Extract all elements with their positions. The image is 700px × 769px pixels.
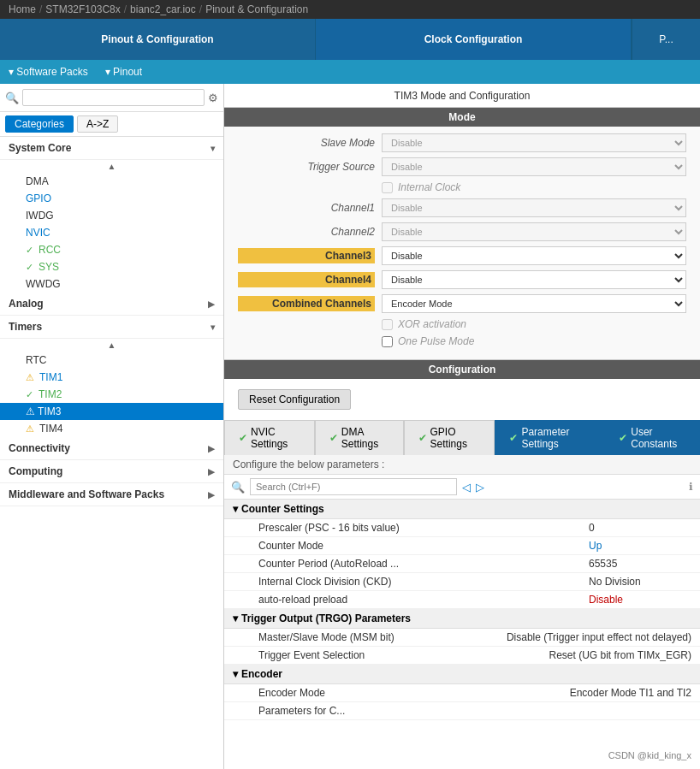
category-system-core[interactable]: System Core ▾ <box>0 137 223 160</box>
system-core-items: DMA GPIO IWDG NVIC RCC SYS WWDG <box>0 173 223 293</box>
xor-activation-checkbox[interactable] <box>382 319 393 330</box>
trigger-source-row: Trigger Source Disable <box>238 157 686 176</box>
param-ckd: Internal Clock Division (CKD) No Divisio… <box>224 573 700 591</box>
xor-activation-label: XOR activation <box>398 318 466 330</box>
one-pulse-mode-row: One Pulse Mode <box>238 335 686 347</box>
category-timers[interactable]: Timers ▾ <box>0 316 223 339</box>
tab-gpio-settings[interactable]: ✔ GPIO Settings <box>404 420 495 455</box>
combined-channels-label: Combined Channels <box>238 296 375 311</box>
info-icon[interactable]: ℹ <box>689 481 693 493</box>
channel3-row: Channel3 Disable <box>238 246 686 265</box>
channel3-label: Channel3 <box>238 248 375 263</box>
chevron-down-icon: ▾ <box>211 144 215 153</box>
reset-configuration-button[interactable]: Reset Configuration <box>238 389 351 410</box>
combined-channels-row: Combined Channels Encoder Mode <box>238 294 686 313</box>
channel4-select[interactable]: Disable <box>382 270 686 289</box>
category-connectivity[interactable]: Connectivity ▶ <box>0 437 223 460</box>
tab-user-constants[interactable]: ✔ User Constants <box>604 420 700 455</box>
sub-tab-pinout[interactable]: ▾ Pinout <box>105 66 142 78</box>
category-middleware[interactable]: Middleware and Software Packs ▶ <box>0 483 223 506</box>
counter-settings-header[interactable]: ▾ Counter Settings <box>224 500 700 519</box>
sidebar-item-tim2[interactable]: TIM2 <box>17 386 223 403</box>
chevron-down-icon-timers: ▾ <box>211 322 215 332</box>
tab-dma-settings[interactable]: ✔ DMA Settings <box>315 420 404 455</box>
search-icon[interactable]: 🔍 <box>5 92 19 104</box>
next-arrow-icon[interactable]: ▷ <box>476 481 484 494</box>
sidebar-item-dma[interactable]: DMA <box>17 173 223 190</box>
category-analog[interactable]: Analog ▶ <box>0 293 223 316</box>
category-computing[interactable]: Computing ▶ <box>0 460 223 483</box>
sidebar-item-wwdg[interactable]: WWDG <box>17 275 223 293</box>
search-input[interactable] <box>22 89 205 106</box>
tab-clock-config[interactable]: Clock Configuration <box>316 19 632 60</box>
slave-mode-select[interactable]: Disable <box>382 133 686 152</box>
sidebar-tab-az[interactable]: A->Z <box>77 115 118 133</box>
channel2-select[interactable]: Disable <box>382 222 686 241</box>
slave-mode-row: Slave Mode Disable <box>238 133 686 152</box>
search-param-icon[interactable]: 🔍 <box>231 481 245 494</box>
trigger-output-header[interactable]: ▾ Trigger Output (TRGO) Parameters <box>224 609 700 629</box>
breadcrumb: Home / STM32F103C8x / bianc2_car.ioc / P… <box>0 0 700 19</box>
combined-channels-select[interactable]: Encoder Mode <box>382 294 686 313</box>
sidebar-item-gpio[interactable]: GPIO <box>17 190 223 207</box>
tab-pinout-config[interactable]: Pinout & Configuration <box>0 19 316 60</box>
config-tabs: ✔ NVIC Settings ✔ DMA Settings ✔ GPIO Se… <box>224 420 700 455</box>
trigger-source-select[interactable]: Disable <box>382 157 686 176</box>
prev-arrow-icon[interactable]: ◁ <box>462 481 471 494</box>
timers-items: RTC TIM1 TIM2 ⚠ TIM3 TIM4 <box>0 352 223 437</box>
mode-section-header: Mode <box>224 108 700 127</box>
sidebar-item-nvic[interactable]: NVIC <box>17 224 223 241</box>
chevron-right-icon-middleware: ▶ <box>208 490 215 500</box>
tab-right[interactable]: P... <box>632 19 700 60</box>
encoder-header[interactable]: ▾ Encoder <box>224 665 700 684</box>
chevron-right-icon-connectivity: ▶ <box>208 444 215 453</box>
reset-btn-wrapper: Reset Configuration <box>224 379 700 420</box>
sidebar-tab-bar: Categories A->Z <box>0 112 223 137</box>
param-trigger-event: Trigger Event Selection Reset (UG bit fr… <box>224 647 700 665</box>
internal-clock-row: Internal Clock <box>238 181 686 193</box>
one-pulse-mode-checkbox[interactable] <box>382 336 393 347</box>
param-prescaler: Prescaler (PSC - 16 bits value) 0 <box>224 519 700 537</box>
trigger-source-label: Trigger Source <box>238 161 375 173</box>
sidebar-item-tim3[interactable]: ⚠ TIM3 <box>0 403 223 420</box>
sidebar-item-sys[interactable]: SYS <box>17 258 223 275</box>
gear-icon[interactable]: ⚙ <box>208 92 218 104</box>
sidebar: 🔍 ⚙ Categories A->Z System Core ▾ ▲ DMA <box>0 84 224 769</box>
sidebar-content: System Core ▾ ▲ DMA GPIO IWDG NVIC RCC <box>0 137 223 769</box>
one-pulse-mode-label: One Pulse Mode <box>398 335 474 347</box>
internal-clock-checkbox[interactable] <box>382 182 393 193</box>
channel3-select[interactable]: Disable <box>382 246 686 265</box>
sidebar-item-iwdg[interactable]: IWDG <box>17 207 223 224</box>
internal-clock-label: Internal Clock <box>398 181 460 193</box>
breadcrumb-pinout[interactable]: Pinout & Configuration <box>205 3 308 15</box>
sidebar-item-tim4[interactable]: TIM4 <box>17 420 223 437</box>
config-info-bar: Configure the below parameters : <box>224 455 700 475</box>
sidebar-item-rtc[interactable]: RTC <box>17 352 223 369</box>
channel2-row: Channel2 Disable <box>238 222 686 241</box>
breadcrumb-chip[interactable]: STM32F103C8x <box>45 3 120 15</box>
breadcrumb-home[interactable]: Home <box>9 3 36 15</box>
slave-mode-label: Slave Mode <box>238 137 375 149</box>
config-section: Configuration Reset Configuration ✔ NVIC… <box>224 360 700 769</box>
param-counter-mode: Counter Mode Up <box>224 537 700 555</box>
scroll-up-timers[interactable]: ▲ <box>0 339 223 352</box>
param-search-input[interactable] <box>250 478 457 495</box>
sidebar-search-bar: 🔍 ⚙ <box>0 84 223 112</box>
xor-activation-row: XOR activation <box>238 318 686 330</box>
channel1-row: Channel1 Disable <box>238 198 686 217</box>
sidebar-item-tim1[interactable]: TIM1 <box>17 369 223 386</box>
channel1-label: Channel1 <box>238 202 375 214</box>
sub-tab-bar: ▾ Software Packs ▾ Pinout <box>0 60 700 84</box>
channel1-select[interactable]: Disable <box>382 198 686 217</box>
sub-tab-software-packs[interactable]: ▾ Software Packs <box>9 66 88 78</box>
content-title: TIM3 Mode and Configuration <box>224 84 700 108</box>
config-content: ▾ Counter Settings Prescaler (PSC - 16 b… <box>224 500 700 769</box>
sidebar-item-rcc[interactable]: RCC <box>17 241 223 258</box>
tab-nvic-settings[interactable]: ✔ NVIC Settings <box>224 420 315 455</box>
param-auto-reload: auto-reload preload Disable <box>224 591 700 609</box>
channel4-row: Channel4 Disable <box>238 270 686 289</box>
tab-parameter-settings[interactable]: ✔ Parameter Settings <box>495 420 604 455</box>
scroll-up-arrow[interactable]: ▲ <box>0 160 223 173</box>
sidebar-tab-categories[interactable]: Categories <box>5 115 74 133</box>
breadcrumb-file[interactable]: bianc2_car.ioc <box>130 3 196 15</box>
